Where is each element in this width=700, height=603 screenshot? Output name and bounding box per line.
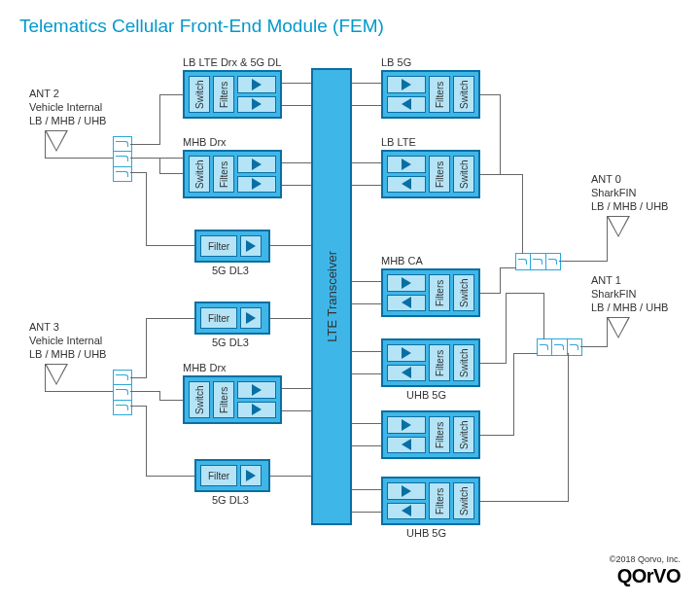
filter-cell: Filter: [200, 465, 237, 486]
amp-cell: [387, 416, 426, 434]
r2-label: LB LTE: [381, 136, 416, 148]
switch-cell: Switch: [453, 274, 474, 311]
filters-cell: Filters: [429, 274, 450, 311]
amp-cell: [237, 96, 276, 114]
r5-label: UHB 5G: [406, 527, 446, 539]
amp-cell: [387, 156, 426, 173]
switch-cell: Switch: [189, 76, 210, 113]
wire: [146, 318, 147, 378]
wire: [506, 293, 544, 294]
filters-cell: Filters: [429, 344, 450, 381]
r1-label: LB 5G: [381, 56, 411, 68]
wire: [282, 410, 311, 411]
filters-cell: Filters: [429, 76, 450, 113]
wire: [270, 245, 311, 246]
module-mhb-drx-1: Switch Filters: [183, 150, 282, 198]
wire: [159, 400, 183, 401]
wire: [568, 353, 569, 502]
wire: [130, 144, 159, 145]
wire: [146, 245, 194, 246]
amp-cell: [387, 503, 426, 520]
module-lb-lte: Switch Filters: [381, 150, 480, 198]
ant1-label: ANT 1 SharkFIN LB / MHB / UHB: [591, 274, 668, 314]
amp-cell: [387, 344, 426, 362]
wire: [146, 406, 147, 476]
m6-label: 5G DL3: [212, 494, 249, 506]
wire: [352, 303, 381, 304]
wire: [513, 353, 538, 354]
wire: [282, 105, 311, 106]
wire: [45, 391, 113, 392]
amp-cell: [240, 307, 262, 329]
amp-cell: [237, 76, 276, 93]
wire: [580, 346, 608, 347]
wire: [146, 172, 147, 246]
wire: [130, 158, 183, 159]
splitter-ant1: [537, 338, 582, 356]
wire: [480, 435, 513, 436]
switch-cell: Switch: [189, 156, 210, 193]
m3-label: 5G DL3: [212, 265, 249, 276]
module-extra: Switch Filters: [381, 338, 480, 387]
wire: [480, 293, 500, 294]
module-mhb-drx-2: Switch Filters: [183, 375, 282, 424]
ant2-stem: [45, 130, 46, 158]
splitter-ant0: [515, 253, 561, 270]
wire: [45, 158, 113, 159]
wire: [352, 105, 381, 106]
wire: [352, 83, 381, 84]
module-uhb-5g-1: Switch Filters: [381, 410, 480, 459]
wire: [146, 476, 194, 477]
filter-cell: Filter: [200, 307, 237, 329]
wire: [480, 174, 523, 175]
filters-cell: Filters: [429, 156, 450, 193]
amp-cell: [237, 176, 276, 194]
m2-label: MHB Drx: [183, 136, 227, 148]
wire: [506, 293, 507, 364]
ant0-icon: [607, 216, 630, 237]
module-lb-5g: Switch Filters: [381, 70, 480, 119]
wire: [159, 94, 160, 145]
r4-label: UHB 5G: [406, 389, 446, 401]
m5-label: MHB Drx: [183, 362, 227, 373]
amp-cell: [387, 482, 426, 500]
amp-cell: [387, 96, 426, 114]
wire: [500, 267, 516, 268]
amp-cell: [387, 274, 426, 292]
wire: [352, 351, 381, 352]
switch-cell: Switch: [453, 156, 474, 193]
filters-cell: Filters: [429, 416, 450, 453]
ant0-label: ANT 0 SharkFIN LB / MHB / UHB: [591, 173, 668, 213]
amp-cell: [387, 295, 426, 312]
ant3-stem: [45, 364, 46, 391]
switch-cell: Switch: [453, 482, 474, 519]
wire: [130, 377, 146, 378]
wire: [352, 423, 381, 424]
wire: [500, 267, 501, 294]
filters-cell: Filters: [429, 482, 450, 519]
ant3-icon: [45, 364, 68, 385]
switch-cell: Switch: [189, 381, 210, 418]
amp-cell: [240, 465, 262, 486]
amp-cell: [387, 176, 426, 194]
module-5g-dl3-2: Filter: [194, 302, 270, 335]
amp-cell: [237, 156, 276, 173]
wire: [352, 185, 381, 186]
wire: [500, 94, 501, 174]
filters-cell: Filters: [213, 76, 234, 113]
module-mhb-ca: Switch Filters: [381, 268, 480, 317]
wire: [146, 318, 194, 319]
wire: [607, 344, 608, 347]
wire: [559, 261, 608, 262]
wire: [159, 158, 160, 173]
wire: [352, 281, 381, 282]
r3-label: MHB CA: [381, 255, 423, 266]
wire: [282, 388, 311, 389]
splitter-ant3: [113, 370, 132, 415]
wire: [480, 94, 500, 95]
wire: [159, 391, 160, 400]
ant1-icon: [607, 317, 630, 338]
switch-cell: Switch: [453, 416, 474, 453]
filters-cell: Filters: [213, 156, 234, 193]
wire: [159, 94, 183, 95]
